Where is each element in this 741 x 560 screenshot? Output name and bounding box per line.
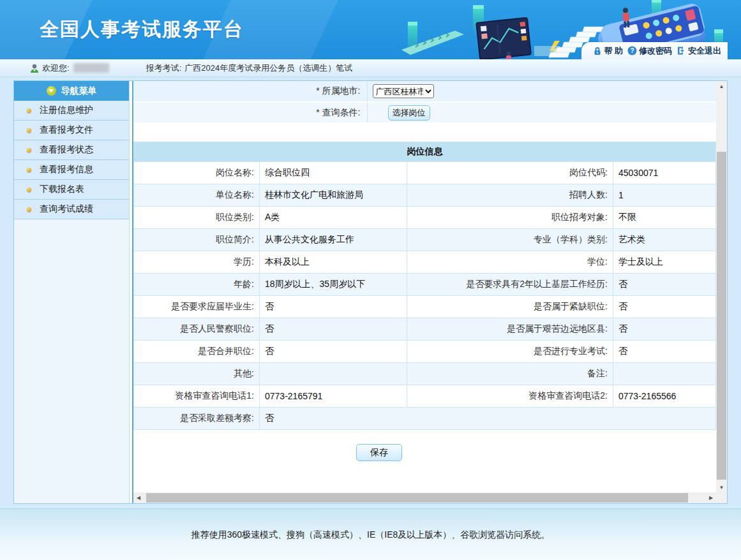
field-value: 从事公共文化服务工作 [260,229,407,251]
field-label: 资格审查咨询电话1: [134,385,260,408]
nav-collapse-icon [47,86,56,96]
nav-menu-header[interactable]: 导航菜单 [14,81,129,101]
bullet-icon [27,207,31,212]
sidebar-item[interactable]: 查看报考状态 [14,140,129,160]
table-row: 岗位名称:综合职位四岗位代码:45030071 [134,162,716,184]
sidebar-item-label: 查询考试成绩 [40,203,93,215]
exam-name: 广西2024年度考试录用公务员（选调生）笔试 [184,63,352,74]
sidebar-item-label: 查看报考状态 [40,144,93,156]
table-row: 是否合并职位:否是否进行专业考试:否 [134,341,716,363]
scroll-up-icon[interactable]: ▲ [716,81,727,91]
field-value: 否 [613,296,716,318]
field-label: 学历: [134,251,260,274]
page-title: 全国人事考试服务平台 [40,17,244,43]
field-value: 否 [260,296,407,318]
field-label: 职位类别: [134,207,260,229]
scroll-left-icon[interactable]: ◀ [133,492,144,503]
save-button[interactable]: 保存 [356,444,402,461]
exam-label: 报考考试: [146,63,182,74]
sidebar-item-label: 查看报考信息 [40,164,93,175]
horizontal-scroll-thumb[interactable] [146,493,688,503]
bullet-icon [27,128,31,133]
sidebar-item[interactable]: 注册信息维护 [14,101,129,121]
vertical-scrollbar[interactable]: ▲ ▼ [716,81,727,492]
field-value: 否 [613,341,716,363]
field-value: 18周岁以上、35周岁以下 [260,274,407,296]
field-value: 1 [613,184,716,207]
table-row: 是否人民警察职位:否是否属于艰苦边远地区县:否 [134,318,716,341]
change-password-link[interactable]: ? 修改密码 [627,45,672,57]
bullet-icon [27,168,31,172]
field-value: 否 [260,408,716,430]
field-label: 是否属于紧缺职位: [407,296,613,318]
form-row-city: * 所属地市: 广西区桂林市 [133,81,716,102]
field-value: 学士及以上 [613,251,716,274]
sidebar: 导航菜单 注册信息维护查看报考文件查看报考状态查看报考信息下载报名表查询考试成绩 [14,81,130,503]
main-panel: 导航菜单 注册信息维护查看报考文件查看报考状态查看报考信息下载报名表查询考试成绩… [13,80,728,504]
field-label: 是否采取差额考察: [134,408,260,430]
bullet-icon [27,108,31,113]
field-value: 本科及以上 [260,251,407,274]
table-row: 职位类别:A类职位招考对象:不限 [134,207,716,229]
utility-bar: 帮 助 ? 修改密码 安全退出 [581,42,728,59]
vertical-scroll-track[interactable] [716,91,727,482]
sidebar-item-label: 下载报名表 [40,184,84,195]
help-link[interactable]: 帮 助 [593,45,623,57]
logout-link[interactable]: 安全退出 [677,45,721,57]
field-value: 否 [260,341,407,363]
vertical-scroll-thumb[interactable] [717,152,726,480]
scroll-right-icon[interactable]: ▶ [706,492,716,503]
horizontal-scrollbar[interactable]: ◀ ▶ [133,492,716,503]
field-value: 否 [613,274,716,296]
sidebar-item[interactable]: 查看报考文件 [14,121,129,140]
sidebar-item[interactable]: 下载报名表 [14,180,129,200]
field-label: 是否属于艰苦边远地区县: [407,318,613,341]
field-value: 桂林市文化广电和旅游局 [260,184,407,207]
select-position-button[interactable]: 选择岗位 [388,105,430,121]
app-header: 全国人事考试服务平台 [0,0,741,59]
field-label: 专业（学科）类别: [407,229,613,251]
field-value: 0773-2165791 [260,385,407,408]
horizontal-scroll-track[interactable] [144,492,706,503]
position-info-table: 岗位信息 岗位名称:综合职位四岗位代码:45030071单位名称:桂林市文化广电… [133,142,716,430]
table-row: 单位名称:桂林市文化广电和旅游局招聘人数:1 [134,184,716,207]
field-label: 备注: [407,363,613,385]
field-label: 是否要求具有2年以上基层工作经历: [407,274,613,296]
table-row: 是否采取差额考察:否 [134,408,716,430]
field-value [260,363,407,385]
user-avatar-icon [29,63,40,73]
table-row: 是否要求应届毕业生:否是否属于紧缺职位:否 [134,296,716,318]
page-footer: 推荐使用360极速模式、搜狗（高速模式）、IE（IE8及以上版本）、谷歌浏览器访… [0,508,741,560]
query-form: * 所属地市: 广西区桂林市 * 查询条件: 选择岗位 [133,81,716,124]
field-value: 否 [613,318,716,341]
nav-menu-title: 导航菜单 [61,85,97,97]
field-label: 职位招考对象: [407,207,613,229]
logout-icon [677,46,686,55]
sidebar-item[interactable]: 查询考试成绩 [14,200,129,219]
city-select[interactable]: 广西区桂林市 [373,84,434,98]
svg-text:?: ? [630,47,634,54]
field-value: 艺术类 [613,229,716,251]
field-label: 是否合并职位: [134,341,260,363]
field-label: 职位简介: [134,229,260,251]
browser-recommendation: 推荐使用360极速模式、搜狗（高速模式）、IE（IE8及以上版本）、谷歌浏览器访… [191,529,550,541]
user-name-redacted [73,63,109,73]
field-label: 单位名称: [134,184,260,207]
table-row: 年龄:18周岁以上、35周岁以下是否要求具有2年以上基层工作经历:否 [134,274,716,296]
sidebar-spacer [14,219,129,503]
scroll-down-icon[interactable]: ▼ [716,482,727,492]
table-row: 资格审查咨询电话1:0773-2165791资格审查咨询电话2:0773-216… [134,385,716,408]
question-icon: ? [627,46,637,55]
content-area: * 所属地市: 广西区桂林市 * 查询条件: 选择岗位 [133,81,716,492]
bullet-icon [27,148,31,152]
table-row: 学历:本科及以上学位:学士及以上 [134,251,716,274]
field-label: 年龄: [134,274,260,296]
field-label: 招聘人数: [407,184,613,207]
city-label: * 所属地市: [133,81,367,102]
bullet-icon [27,188,31,192]
sidebar-item[interactable]: 查看报考信息 [14,160,129,180]
field-label: 岗位名称: [134,162,260,184]
field-label: 是否人民警察职位: [134,318,260,341]
field-label: 是否要求应届毕业生: [134,296,260,318]
field-value: 综合职位四 [260,162,407,184]
